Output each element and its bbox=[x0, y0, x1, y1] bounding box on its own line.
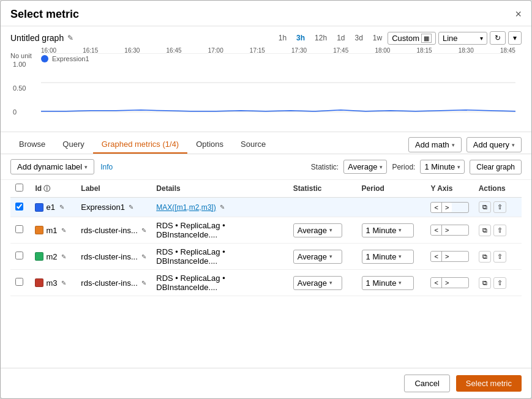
add-math-button[interactable]: Add math ▾ bbox=[408, 137, 462, 152]
row1-copy-button[interactable]: ⧉ bbox=[479, 201, 491, 213]
row3-move-button[interactable]: ⇧ bbox=[493, 251, 506, 263]
cancel-button[interactable]: Cancel bbox=[404, 375, 449, 392]
add-math-label: Add math bbox=[415, 140, 449, 149]
th-details: Details bbox=[151, 180, 288, 198]
row2-stat-caret: ▾ bbox=[329, 227, 332, 233]
row2-yaxis-left[interactable]: < bbox=[431, 225, 441, 235]
row2-statistic-select[interactable]: Average ▾ bbox=[293, 223, 342, 237]
row3-yaxis-cell: < > bbox=[425, 244, 473, 270]
row4-details-cell: RDS • ReplicaLag • DBInstanceIde.... bbox=[151, 270, 288, 296]
row2-yaxis-right[interactable]: > bbox=[442, 225, 452, 235]
row3-period-select[interactable]: 1 Minute ▾ bbox=[362, 250, 414, 264]
row2-move-button[interactable]: ⇧ bbox=[493, 225, 506, 236]
row2-label-edit[interactable]: ✎ bbox=[141, 227, 146, 234]
row4-yaxis-ctrl: < > bbox=[430, 277, 468, 288]
graph-toolbar: Untitled graph ✎ 1h 3h 12h 1d 3d 1w Cust… bbox=[10, 31, 522, 45]
row1-details[interactable]: MAX([m1,m2,m3]) bbox=[156, 203, 215, 212]
row3-yaxis-right[interactable]: > bbox=[442, 252, 452, 261]
row3-edit-icon[interactable]: ✎ bbox=[61, 253, 66, 260]
close-button[interactable]: × bbox=[515, 8, 522, 21]
row4-move-button[interactable]: ⇧ bbox=[493, 277, 506, 289]
row4-id-cell: m3 ✎ bbox=[30, 270, 76, 296]
row2-edit-icon[interactable]: ✎ bbox=[61, 227, 66, 234]
time-3d[interactable]: 3d bbox=[351, 32, 367, 44]
row4-id: m3 bbox=[46, 278, 57, 288]
tab-browse[interactable]: Browse bbox=[10, 136, 54, 154]
tabs-left: Browse Query Graphed metrics (1/4) Optio… bbox=[10, 136, 274, 154]
tab-query[interactable]: Query bbox=[54, 136, 92, 154]
table-row: e1 ✎ Expression1 ✎ MAX([m1,m2,m3]) bbox=[10, 198, 522, 217]
row4-period-cell: 1 Minute ▾ bbox=[357, 270, 426, 296]
tab-options[interactable]: Options bbox=[187, 136, 232, 154]
time-1d[interactable]: 1d bbox=[332, 32, 349, 44]
row1-yaxis-left[interactable]: < bbox=[431, 203, 441, 212]
dynamic-label-button[interactable]: Add dynamic label ▾ bbox=[10, 159, 94, 174]
add-query-button[interactable]: Add query ▾ bbox=[466, 137, 522, 152]
row3-label-edit[interactable]: ✎ bbox=[141, 253, 146, 260]
row3-statistic-select[interactable]: Average ▾ bbox=[293, 250, 342, 264]
row4-statistic-select[interactable]: Average ▾ bbox=[293, 276, 342, 290]
select-all-checkbox[interactable] bbox=[15, 184, 23, 192]
row2-copy-button[interactable]: ⧉ bbox=[479, 225, 491, 236]
graph-title-area: Untitled graph ✎ bbox=[10, 33, 73, 43]
toolbar-left: Add dynamic label ▾ Info bbox=[10, 159, 113, 174]
time-3h[interactable]: 3h bbox=[292, 32, 309, 44]
row3-checkbox-cell bbox=[10, 244, 30, 270]
row1-yaxis-right[interactable]: > bbox=[442, 203, 452, 212]
y-val-2: 0.50 bbox=[13, 84, 26, 92]
statistic-select[interactable]: Average ▾ bbox=[343, 160, 387, 174]
time-1w[interactable]: 1w bbox=[369, 32, 386, 44]
modal-footer: Cancel Select metric bbox=[1, 368, 531, 398]
row4-checkbox[interactable] bbox=[15, 278, 23, 286]
custom-label: Custom bbox=[392, 34, 419, 43]
row4-yaxis-right[interactable]: > bbox=[442, 278, 452, 288]
period-select[interactable]: 1 Minute ▾ bbox=[420, 160, 465, 174]
row1-edit-icon[interactable]: ✎ bbox=[59, 204, 64, 211]
row1-actions-cell: ⧉ ⇧ bbox=[474, 198, 522, 217]
tab-source[interactable]: Source bbox=[232, 136, 274, 154]
refresh-button[interactable]: ↻ bbox=[490, 31, 506, 45]
th-yaxis: Y Axis bbox=[425, 180, 473, 198]
row2-period-select[interactable]: 1 Minute ▾ bbox=[362, 223, 414, 237]
metrics-table: Id ⓘ Label Details Statistic Period Y Ax… bbox=[10, 180, 522, 296]
select-metric-modal: Select metric × Untitled graph ✎ 1h 3h 1… bbox=[0, 0, 532, 399]
row2-actions: ⧉ ⇧ bbox=[479, 225, 517, 236]
row4-period-select[interactable]: 1 Minute ▾ bbox=[362, 276, 414, 290]
row4-actions-cell: ⧉ ⇧ bbox=[474, 270, 522, 296]
time-custom[interactable]: Custom ▦ bbox=[388, 32, 436, 45]
row4-edit-icon[interactable]: ✎ bbox=[61, 280, 66, 286]
row1-label: Expression1 bbox=[81, 203, 125, 212]
row1-label-edit[interactable]: ✎ bbox=[129, 204, 133, 211]
row1-move-button[interactable]: ⇧ bbox=[493, 201, 506, 213]
row1-details-edit[interactable]: ✎ bbox=[220, 204, 225, 211]
row4-copy-button[interactable]: ⧉ bbox=[479, 277, 491, 289]
id-info-icon[interactable]: ⓘ bbox=[43, 185, 50, 192]
row3-label: rds-cluster-ins... bbox=[81, 252, 137, 261]
toolbar-right: Statistic: Average ▾ Period: 1 Minute ▾ … bbox=[311, 160, 522, 174]
select-metric-button[interactable]: Select metric bbox=[456, 375, 522, 392]
period-caret: ▾ bbox=[457, 164, 460, 170]
row1-checkbox[interactable] bbox=[15, 203, 23, 211]
graph-options-button[interactable]: ▾ bbox=[508, 31, 522, 45]
row3-checkbox[interactable] bbox=[15, 252, 23, 259]
chart-type-select[interactable]: Line ▾ bbox=[438, 32, 487, 45]
row4-label-edit[interactable]: ✎ bbox=[141, 280, 146, 286]
tab-graphed-metrics[interactable]: Graphed metrics (1/4) bbox=[93, 136, 187, 154]
info-link[interactable]: Info bbox=[100, 163, 113, 171]
row3-id-cell: m2 ✎ bbox=[30, 244, 76, 270]
clear-graph-button[interactable]: Clear graph bbox=[470, 160, 522, 174]
row2-details: RDS • ReplicaLag • DBInstanceIde.... bbox=[156, 221, 283, 239]
row3-actions-cell: ⧉ ⇧ bbox=[474, 244, 522, 270]
time-1h[interactable]: 1h bbox=[274, 32, 291, 44]
row4-yaxis-left[interactable]: < bbox=[431, 278, 441, 288]
row2-id-cell: m1 ✎ bbox=[30, 217, 76, 244]
graph-title-edit-icon[interactable]: ✎ bbox=[67, 34, 73, 42]
time-12h[interactable]: 12h bbox=[310, 32, 331, 44]
chart-type-caret: ▾ bbox=[480, 35, 483, 42]
row3-copy-button[interactable]: ⧉ bbox=[479, 251, 491, 263]
row3-yaxis-left[interactable]: < bbox=[431, 252, 441, 261]
row2-checkbox[interactable] bbox=[15, 225, 23, 233]
row4-period-caret: ▾ bbox=[399, 280, 402, 286]
th-actions: Actions bbox=[474, 180, 522, 198]
row4-stat-caret: ▾ bbox=[329, 280, 332, 286]
